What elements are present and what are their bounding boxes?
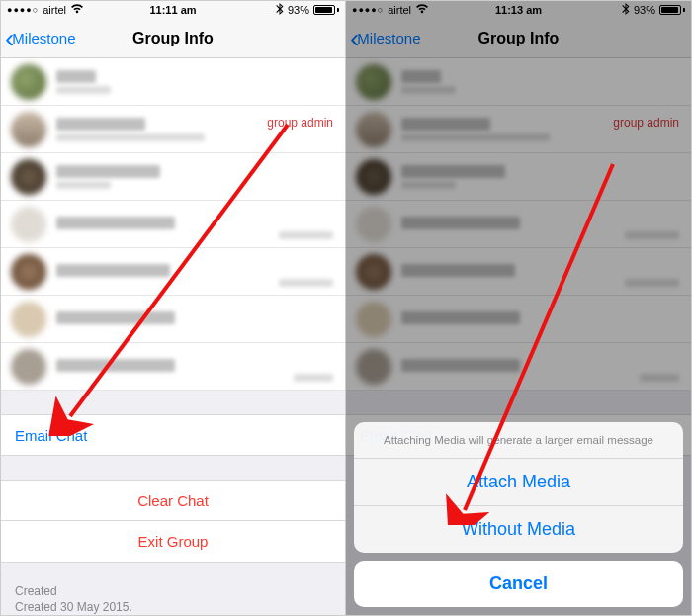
created-footer: Created Created 30 May 2015. [1,576,345,616]
member-row[interactable]: group admin [1,106,345,153]
member-row[interactable] [1,343,345,391]
wifi-icon [70,4,84,16]
cancel-button[interactable]: Cancel [354,561,683,607]
phone-right: ●●●●○ airtel 11:13 am 93% ‹ Milestone Gr… [346,0,692,616]
avatar [11,302,46,337]
avatar [11,207,46,242]
battery-pct: 93% [288,4,309,16]
sheet-title: Attaching Media will generate a larger e… [354,422,683,459]
member-row[interactable] [1,153,345,201]
signal-dots-icon: ●●●●○ [7,5,39,15]
battery-icon [313,5,339,15]
back-button[interactable]: ‹ Milestone [1,25,76,52]
action-sheet: Attaching Media will generate a larger e… [354,422,683,607]
member-row[interactable] [1,58,345,106]
exit-group-button[interactable]: Exit Group [1,521,345,563]
avatar [11,159,46,195]
created-label: Created [15,584,331,598]
clear-chat-button[interactable]: Clear Chat [1,480,345,521]
member-row[interactable] [1,296,345,343]
nav-bar: ‹ Milestone Group Info [1,19,345,58]
member-row[interactable] [1,248,345,296]
members-list: group admin [1,58,345,391]
avatar [11,254,46,290]
avatar [11,112,46,147]
attach-media-button[interactable]: Attach Media [354,459,683,506]
back-label: Milestone [12,30,75,46]
phone-left: ●●●●○ airtel 11:11 am 93% ‹ Milestone Gr… [0,0,346,616]
avatar [11,349,46,385]
member-row[interactable] [1,201,345,248]
status-bar: ●●●●○ airtel 11:11 am 93% [1,1,345,19]
without-media-button[interactable]: Without Media [354,506,683,553]
carrier-label: airtel [43,4,66,16]
bluetooth-icon [276,3,284,17]
admin-badge: group admin [267,116,333,130]
avatar [11,64,46,100]
email-chat-button[interactable]: Email Chat [1,414,345,456]
created-date: Created 30 May 2015. [15,600,331,614]
